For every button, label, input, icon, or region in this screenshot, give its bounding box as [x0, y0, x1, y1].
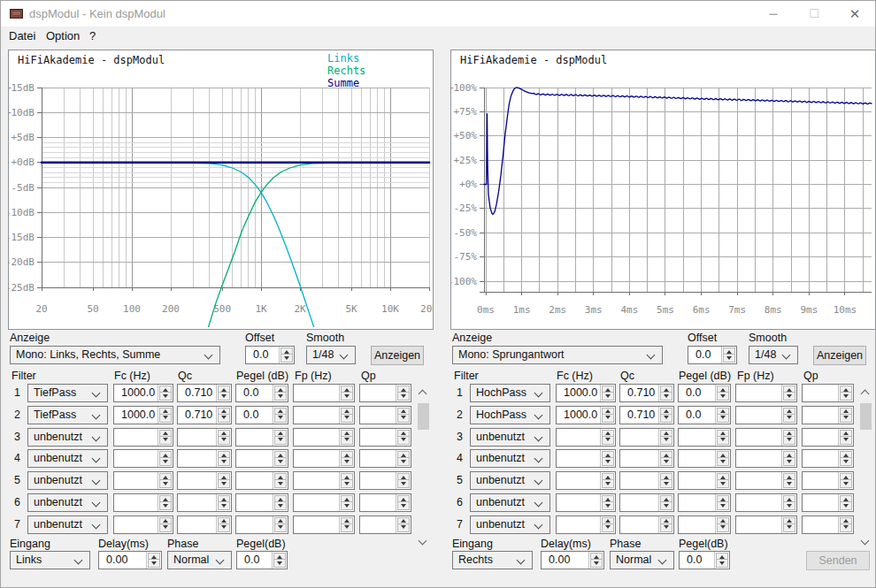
spin-down-button[interactable] [274, 523, 287, 532]
filter-fp-stepper[interactable] [735, 471, 797, 490]
filter-qc-stepper[interactable] [177, 471, 232, 490]
phase-select[interactable]: Normal [610, 551, 674, 569]
spin-down-button[interactable] [660, 523, 672, 532]
spin-down-button[interactable] [218, 457, 230, 466]
spin-down-button[interactable] [660, 457, 672, 466]
spin-down-button[interactable] [840, 392, 852, 401]
filter-qc-stepper[interactable] [177, 428, 232, 447]
spin-down-button[interactable] [341, 457, 353, 466]
pegel-stepper[interactable]: 0.0 [679, 551, 730, 569]
spin-down-button[interactable] [723, 354, 735, 363]
spin-down-button[interactable] [717, 414, 729, 423]
spin-down-button[interactable] [218, 501, 230, 510]
scroll-up-icon[interactable] [862, 389, 869, 396]
filter-type-select[interactable]: unbenutzt [27, 515, 108, 534]
spin-down-button[interactable] [159, 392, 172, 401]
filter-fp-stepper[interactable] [293, 406, 355, 424]
filter-pegel-stepper[interactable] [235, 515, 288, 534]
filter-qc-stepper[interactable] [619, 428, 674, 447]
anzeige-select[interactable]: Mono: Sprungantwort [452, 346, 663, 364]
spin-down-button[interactable] [218, 414, 230, 423]
anzeigen-button[interactable]: Anzeigen [813, 346, 866, 365]
filter-qp-stepper[interactable] [802, 515, 854, 534]
spin-down-button[interactable] [159, 523, 172, 532]
filter-qp-stepper[interactable] [802, 406, 854, 424]
spin-down-button[interactable] [148, 559, 160, 568]
filter-type-select[interactable]: unbenutzt [470, 515, 550, 534]
spin-down-button[interactable] [397, 436, 410, 445]
anzeige-select[interactable]: Mono: Links, Rechts, Summe [10, 346, 220, 364]
smooth-select[interactable]: 1/48 [749, 346, 798, 364]
filter-scrollbar[interactable] [416, 384, 431, 534]
spin-down-button[interactable] [717, 523, 729, 532]
senden-button[interactable]: Senden [806, 551, 870, 570]
filter-pegel-stepper[interactable] [235, 449, 288, 468]
filter-type-select[interactable]: unbenutzt [470, 428, 550, 447]
spin-down-button[interactable] [397, 501, 410, 510]
filter-qc-stepper[interactable]: 0.710 [177, 384, 232, 402]
filter-fp-stepper[interactable] [293, 384, 355, 402]
spin-down-button[interactable] [602, 392, 614, 401]
spin-down-button[interactable] [602, 523, 614, 532]
spin-down-button[interactable] [840, 457, 852, 466]
filter-type-select[interactable]: unbenutzt [27, 493, 108, 512]
delay-stepper[interactable]: 0.00 [541, 551, 604, 569]
spin-down-button[interactable] [660, 392, 672, 401]
filter-qp-stepper[interactable] [802, 449, 854, 468]
filter-pegel-stepper[interactable] [678, 515, 731, 534]
spin-down-button[interactable] [717, 392, 729, 401]
spin-down-button[interactable] [783, 392, 795, 401]
spin-down-button[interactable] [590, 559, 603, 568]
filter-fc-stepper[interactable] [113, 515, 173, 534]
spin-down-button[interactable] [660, 479, 672, 488]
spin-down-button[interactable] [274, 392, 287, 401]
spin-down-button[interactable] [218, 523, 230, 532]
filter-fp-stepper[interactable] [735, 384, 797, 402]
spin-down-button[interactable] [840, 523, 852, 532]
filter-pegel-stepper[interactable] [678, 493, 731, 512]
spin-down-button[interactable] [397, 479, 410, 488]
scrollbar-thumb[interactable] [418, 403, 429, 430]
filter-pegel-stepper[interactable]: 0.0 [678, 406, 731, 424]
filter-qp-stepper[interactable] [802, 493, 854, 512]
spin-down-button[interactable] [159, 414, 172, 423]
filter-type-select[interactable]: TiefPass [27, 406, 108, 424]
smooth-select[interactable]: 1/48 [306, 346, 356, 364]
spin-down-button[interactable] [783, 523, 795, 532]
filter-fp-stepper[interactable] [293, 471, 355, 490]
filter-fc-stepper[interactable]: 1000.0 [556, 384, 616, 402]
filter-fc-stepper[interactable] [556, 515, 616, 534]
filter-type-select[interactable]: unbenutzt [470, 449, 550, 468]
spin-down-button[interactable] [274, 436, 287, 445]
spin-down-button[interactable] [716, 559, 728, 568]
filter-qc-stepper[interactable] [619, 515, 674, 534]
filter-pegel-stepper[interactable] [678, 471, 731, 490]
spin-down-button[interactable] [341, 479, 353, 488]
filter-qp-stepper[interactable] [359, 384, 411, 402]
filter-fc-stepper[interactable] [113, 428, 173, 447]
filter-type-select[interactable]: unbenutzt [27, 449, 108, 468]
offset-stepper[interactable]: 0.0 [688, 346, 737, 364]
filter-fc-stepper[interactable] [113, 449, 173, 468]
filter-scrollbar[interactable] [858, 384, 873, 534]
spin-down-button[interactable] [840, 479, 852, 488]
filter-fc-stepper[interactable] [113, 493, 173, 512]
spin-down-button[interactable] [783, 414, 795, 423]
spin-down-button[interactable] [341, 392, 353, 401]
spin-down-button[interactable] [280, 354, 293, 363]
spin-down-button[interactable] [159, 479, 172, 488]
spin-down-button[interactable] [660, 414, 672, 423]
spin-down-button[interactable] [602, 479, 614, 488]
filter-fc-stepper[interactable]: 1000.0 [113, 384, 173, 402]
filter-fp-stepper[interactable] [735, 493, 797, 512]
filter-pegel-stepper[interactable] [235, 471, 288, 490]
filter-qp-stepper[interactable] [359, 449, 411, 468]
filter-fc-stepper[interactable] [556, 471, 616, 490]
spin-down-button[interactable] [274, 414, 287, 423]
filter-fc-stepper[interactable] [556, 428, 616, 447]
spin-down-button[interactable] [218, 436, 230, 445]
scrollbar-thumb[interactable] [860, 403, 872, 430]
spin-down-button[interactable] [660, 436, 672, 445]
spin-down-button[interactable] [783, 436, 795, 445]
filter-pegel-stepper[interactable]: 0.0 [235, 384, 288, 402]
